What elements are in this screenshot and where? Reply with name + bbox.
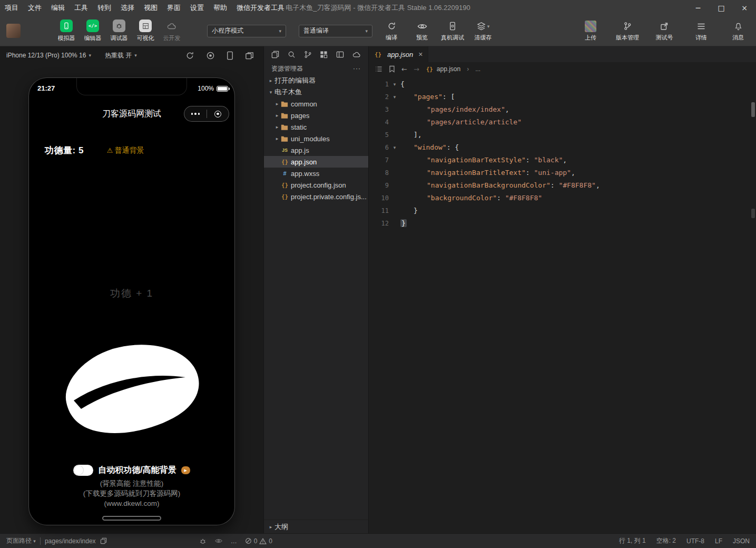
- debugger-button[interactable]: 调试器: [106, 19, 132, 42]
- extensions-icon[interactable]: [320, 51, 328, 58]
- code-line[interactable]: 4"pages/article/article": [369, 116, 756, 129]
- code-line[interactable]: 1▾{: [369, 78, 756, 91]
- simulator-button[interactable]: 模拟器: [53, 19, 80, 42]
- hot-reload-toggle[interactable]: 热重载 开 ▾: [105, 51, 137, 60]
- more-actions-icon[interactable]: ···: [353, 65, 361, 72]
- menu-item[interactable]: 界面: [162, 0, 185, 16]
- layout-icon[interactable]: [336, 51, 344, 58]
- compile-button[interactable]: 编译: [380, 21, 403, 42]
- scrollbar-thumb[interactable]: [751, 102, 755, 117]
- debug-icon[interactable]: [199, 537, 207, 545]
- version-manage-button[interactable]: 版本管理: [616, 21, 639, 42]
- menu-item[interactable]: 微信开发者工具: [232, 0, 289, 16]
- visual-button[interactable]: 可视化: [132, 19, 159, 42]
- code-line[interactable]: 2▾"pages": [: [369, 91, 756, 103]
- outline-section[interactable]: ▸ 大纲: [264, 520, 368, 533]
- back-icon[interactable]: ←: [401, 65, 407, 73]
- forward-icon[interactable]: →: [414, 65, 419, 73]
- menu-item[interactable]: 选择: [116, 0, 139, 16]
- device-select[interactable]: iPhone 12/13 (Pro) 100% 16 ▾: [6, 52, 91, 59]
- encoding[interactable]: UTF-8: [686, 537, 704, 545]
- clear-cache-icon: [477, 22, 486, 31]
- user-avatar[interactable]: [6, 24, 21, 38]
- language-mode[interactable]: JSON: [733, 537, 750, 545]
- breadcrumb[interactable]: {} app.json: [426, 65, 460, 73]
- upload-button[interactable]: 上传: [579, 21, 602, 42]
- code-line[interactable]: 7"navigationBarTextStyle": "black",: [369, 154, 756, 167]
- code-line[interactable]: 3"pages/index/index",: [369, 103, 756, 116]
- file-item[interactable]: ▸static: [264, 121, 368, 133]
- details-button[interactable]: 详情: [690, 21, 713, 42]
- minimize-icon[interactable]: ─: [686, 0, 710, 16]
- code-line[interactable]: 11}: [369, 204, 756, 217]
- menu-item[interactable]: 视图: [139, 0, 162, 16]
- device-frame-icon[interactable]: [227, 51, 233, 60]
- menu-item[interactable]: 设置: [185, 0, 209, 16]
- file-item[interactable]: ▸uni_modules: [264, 133, 368, 144]
- eye-icon[interactable]: [214, 538, 223, 544]
- cloud-dev-button[interactable]: 云开发: [159, 19, 185, 42]
- close-icon[interactable]: ×: [733, 0, 756, 16]
- bg-mode-badge[interactable]: ⚠ 普通背景: [107, 146, 144, 155]
- clear-cache-button[interactable]: ▾ 清缓存: [472, 21, 495, 42]
- more-icon[interactable]: …: [231, 537, 237, 545]
- menu-item[interactable]: 编辑: [46, 0, 70, 16]
- menu-item[interactable]: 转到: [93, 0, 116, 16]
- preview-button[interactable]: 预览: [410, 21, 434, 42]
- chevron-down-icon: ▾: [89, 53, 91, 58]
- home-indicator[interactable]: [102, 516, 161, 521]
- wooden-fish[interactable]: [61, 334, 202, 444]
- open-editors-list-icon[interactable]: [375, 66, 382, 72]
- code-line[interactable]: 5],: [369, 129, 756, 141]
- screenshot-icon[interactable]: [245, 51, 254, 60]
- code-line[interactable]: 12}: [369, 217, 756, 230]
- code-line[interactable]: 10"backgroundColor": "#F8F8F8": [369, 192, 756, 204]
- messages-button[interactable]: 消息: [726, 21, 750, 42]
- play-icon[interactable]: ▶: [181, 466, 190, 474]
- search-icon[interactable]: [288, 51, 296, 58]
- compile-mode-select[interactable]: 普通编译 ▾: [299, 25, 372, 37]
- eol-setting[interactable]: LF: [715, 537, 722, 545]
- file-item[interactable]: #app.wxss: [264, 168, 368, 179]
- project-root-item[interactable]: ▾ 电子木鱼: [264, 86, 368, 98]
- device-debug-button[interactable]: 真机调试: [441, 21, 464, 42]
- files-icon[interactable]: [271, 51, 279, 58]
- editor-button[interactable]: </> 编辑器: [80, 19, 106, 42]
- exit-miniprogram-button[interactable]: [207, 106, 229, 121]
- record-icon[interactable]: [206, 51, 215, 60]
- breadcrumb-more[interactable]: ...: [475, 65, 480, 73]
- file-item[interactable]: ▸common: [264, 98, 368, 110]
- menu-item[interactable]: 项目: [0, 0, 23, 16]
- code-line[interactable]: 9"navigationBarBackgroundColor": "#F8F8F…: [369, 179, 756, 192]
- file-item[interactable]: {}project.private.config.js...: [264, 191, 368, 202]
- mode-select[interactable]: 小程序模式 ▾: [207, 25, 286, 37]
- file-item[interactable]: JSapp.js: [264, 144, 368, 156]
- more-options-button[interactable]: [184, 106, 207, 121]
- tab-bar: {} app.json ×: [369, 46, 756, 62]
- code-line[interactable]: 6▾"window": {: [369, 141, 756, 154]
- file-item[interactable]: {}project.config.json: [264, 179, 368, 191]
- auto-merit-switch[interactable]: [73, 465, 93, 476]
- rotate-icon[interactable]: [185, 51, 194, 60]
- open-editors-section[interactable]: ▸ 打开的编辑器: [264, 75, 368, 86]
- tab-close-icon[interactable]: ×: [418, 50, 423, 58]
- cursor-position[interactable]: 行 1, 列 1: [619, 536, 646, 545]
- indent-setting[interactable]: 空格: 2: [656, 536, 676, 545]
- cloud-sync-icon[interactable]: [352, 51, 361, 58]
- file-item[interactable]: {}app.json: [264, 156, 368, 168]
- titlebar: 项目文件编辑工具转到选择视图界面设置帮助微信开发者工具 电子木鱼_刀客源码网 -…: [0, 0, 756, 16]
- code-line[interactable]: 8"navigationBarTitleText": "uni-app",: [369, 167, 756, 179]
- menu-item[interactable]: 文件: [23, 0, 46, 16]
- copy-icon[interactable]: [100, 537, 107, 544]
- problems-indicator[interactable]: 0 0: [245, 537, 272, 545]
- code-editor[interactable]: 1▾{2▾"pages": [3"pages/index/index",4"pa…: [369, 76, 756, 533]
- tab-app-json[interactable]: {} app.json ×: [369, 46, 428, 62]
- menu-item[interactable]: 工具: [70, 0, 93, 16]
- menu-item[interactable]: 帮助: [209, 0, 232, 16]
- file-item[interactable]: ▸pages: [264, 110, 368, 121]
- maximize-icon[interactable]: □: [710, 0, 733, 16]
- bookmark-icon[interactable]: [389, 65, 395, 73]
- test-account-button[interactable]: 测试号: [653, 21, 676, 42]
- page-path-select[interactable]: 页面路径 ▾: [6, 536, 36, 545]
- git-icon[interactable]: [304, 51, 312, 58]
